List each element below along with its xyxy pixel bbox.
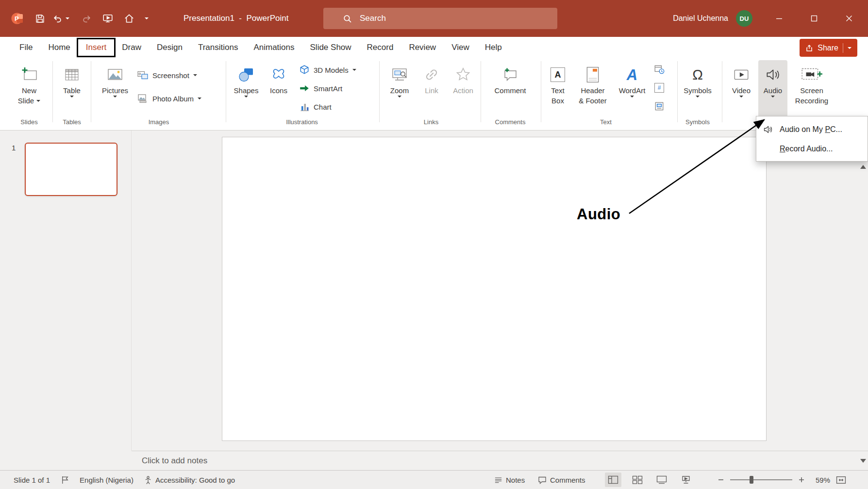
slide-number-button[interactable]: # <box>652 81 666 95</box>
tab-help[interactable]: Help <box>477 39 510 56</box>
redo-icon[interactable] <box>77 0 96 37</box>
user-name[interactable]: Daniel Uchenna <box>673 0 728 37</box>
tab-slide-show[interactable]: Slide Show <box>302 39 359 56</box>
tab-animations[interactable]: Animations <box>246 39 302 56</box>
3d-models-button[interactable]: 3D Models <box>299 61 356 79</box>
close-button[interactable] <box>832 0 866 37</box>
video-button[interactable]: Video <box>726 60 757 125</box>
shapes-icon <box>237 64 255 85</box>
home-icon[interactable] <box>119 0 139 37</box>
label: Text <box>551 85 565 96</box>
tab-view[interactable]: View <box>444 39 477 56</box>
notes-pane[interactable]: Click to add notes <box>132 451 868 470</box>
tab-review[interactable]: Review <box>401 39 444 56</box>
zoom-slider-thumb[interactable] <box>750 476 753 484</box>
tab-design[interactable]: Design <box>149 39 190 56</box>
notes-placeholder: Click to add notes <box>142 456 207 466</box>
language-indicator[interactable]: English (Nigeria) <box>80 476 134 484</box>
maximize-button[interactable] <box>797 0 831 37</box>
slide-thumbnail[interactable] <box>25 143 117 196</box>
tab-home[interactable]: Home <box>40 39 78 56</box>
notes-icon <box>494 476 502 484</box>
label: Photo Album <box>152 95 194 103</box>
search-box[interactable]: Search <box>323 8 557 29</box>
3d-models-icon <box>299 65 310 75</box>
share-icon <box>805 44 813 52</box>
powerpoint-logo-icon[interactable]: P <box>8 0 27 37</box>
zoom-out-button[interactable] <box>718 476 724 483</box>
menu-item-audio-on-my-pc[interactable]: Audio on My PC... <box>756 120 868 139</box>
wordart-button[interactable]: A WordArt <box>613 60 651 125</box>
customize-toolbar-caret[interactable] <box>142 0 151 37</box>
comment-button[interactable]: Comment <box>492 60 529 125</box>
caret-icon <box>696 96 700 98</box>
start-slideshow-icon[interactable] <box>98 0 117 37</box>
ribbon-insert: New Slide Slides Table Tables Pictures <box>0 58 868 130</box>
header-footer-button[interactable]: Header & Footer <box>574 60 611 125</box>
new-slide-button[interactable]: New Slide <box>13 60 46 125</box>
slide-sorter-view-button[interactable] <box>629 473 646 487</box>
annotation-audio-label: Audio <box>577 206 620 223</box>
table-button[interactable]: Table <box>55 60 88 125</box>
screen-recording-button[interactable]: Screen Recording <box>788 60 835 125</box>
pictures-icon <box>106 64 124 85</box>
share-label: Share <box>818 44 838 52</box>
group-label-symbols: Symbols <box>673 118 722 126</box>
icons-button[interactable]: Icons <box>264 60 294 125</box>
audio-dropdown-menu: Audio on My PC... Record Audio... <box>756 116 868 162</box>
share-button[interactable]: Share <box>800 39 857 57</box>
object-button[interactable] <box>652 99 666 113</box>
object-icon <box>654 101 665 112</box>
screenshot-button[interactable]: Screenshot <box>137 66 197 84</box>
label: Table <box>63 85 81 96</box>
undo-icon[interactable] <box>50 0 65 37</box>
symbols-icon: Ω <box>692 64 703 85</box>
label: Action <box>453 85 473 96</box>
smartart-icon <box>299 83 310 94</box>
zoom-slider[interactable] <box>730 476 792 484</box>
group-label-text: Text <box>582 118 630 126</box>
save-icon[interactable] <box>30 0 50 37</box>
tab-file[interactable]: File <box>12 39 40 56</box>
tab-record[interactable]: Record <box>359 39 401 56</box>
tab-draw[interactable]: Draw <box>114 39 149 56</box>
comments-toggle-button[interactable]: Comments <box>538 471 585 489</box>
label: Symbols <box>684 85 712 96</box>
zoom-in-button[interactable] <box>798 476 805 483</box>
tab-insert[interactable]: Insert <box>78 39 115 56</box>
search-icon <box>343 14 352 23</box>
user-avatar[interactable]: DU <box>736 10 752 27</box>
slideshow-view-button[interactable] <box>678 473 694 487</box>
menu-item-record-audio[interactable]: Record Audio... <box>756 139 868 159</box>
symbols-button[interactable]: Ω Symbols <box>681 60 715 125</box>
tab-transitions[interactable]: Transitions <box>190 39 246 56</box>
fit-to-window-button[interactable] <box>836 476 846 484</box>
label: Comment <box>494 85 526 96</box>
slide-indicator[interactable]: Slide 1 of 1 <box>14 476 50 484</box>
thumbnail-panel-divider <box>131 130 132 451</box>
notes-toggle-button[interactable]: Notes <box>494 471 525 489</box>
zoom-level[interactable]: 59% <box>811 476 830 484</box>
flag-icon[interactable] <box>61 475 69 485</box>
undo-dropdown-caret[interactable] <box>64 0 71 37</box>
shapes-button[interactable]: Shapes <box>230 60 262 125</box>
normal-view-button[interactable] <box>605 473 621 487</box>
slide-canvas[interactable] <box>222 137 767 441</box>
notes-toggle-label: Notes <box>506 476 525 484</box>
photo-album-button[interactable]: Photo Album <box>137 90 201 107</box>
header-footer-icon <box>585 64 601 85</box>
smartart-button[interactable]: SmartArt <box>299 80 342 97</box>
caret-icon <box>630 96 634 98</box>
accessibility-status[interactable]: Accessibility: Good to go <box>144 475 235 485</box>
zoom-button[interactable]: Zoom <box>384 60 415 125</box>
scrollbar-up-arrow[interactable] <box>860 165 866 169</box>
audio-button[interactable]: Audio <box>758 60 787 125</box>
pictures-button[interactable]: Pictures <box>98 60 132 125</box>
date-time-button[interactable] <box>652 63 666 76</box>
minimize-button[interactable] <box>762 0 796 37</box>
reading-view-button[interactable] <box>653 473 670 487</box>
chart-button[interactable]: Chart <box>299 98 332 115</box>
group-label-links: Links <box>407 118 455 126</box>
text-box-button[interactable]: A Text Box <box>542 60 573 125</box>
link-button: Link <box>416 60 447 125</box>
